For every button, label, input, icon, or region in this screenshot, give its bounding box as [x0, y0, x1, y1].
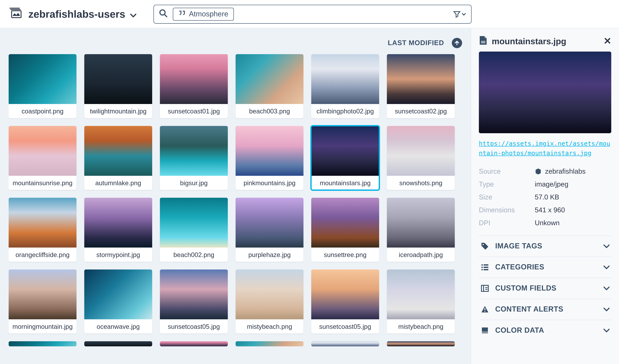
asset-card[interactable]: mistybeach.png [387, 270, 455, 334]
asset-thumbnail [84, 270, 152, 319]
search-bar[interactable]: Atmosphere [154, 4, 472, 24]
asset-thumbnail [160, 126, 228, 176]
asset-card[interactable]: sunsettree.png [311, 198, 379, 262]
workspace-selector[interactable]: zebrafishlabs-users [9, 7, 136, 21]
asset-card[interactable]: twilightmountain.jpg [84, 54, 152, 118]
meta-source-label: Source [479, 167, 535, 175]
asset-card[interactable] [84, 341, 152, 346]
asset-card[interactable]: mistybeach.png [236, 270, 304, 334]
asset-card[interactable]: mountainsunrise.png [9, 126, 77, 190]
section-label: CATEGORIES [495, 263, 544, 271]
asset-thumbnail [160, 341, 228, 346]
section-content-alerts[interactable]: CONTENT ALERTS [479, 298, 611, 320]
svg-rect-5 [484, 264, 488, 265]
chevron-down-icon [604, 305, 610, 313]
section-image-tags[interactable]: IMAGE TAGS [479, 235, 611, 256]
asset-filename: orangecliffside.png [9, 247, 77, 262]
asset-card[interactable]: oceanwave.jpg [84, 270, 152, 334]
search-tag-label: Atmosphere [189, 10, 228, 18]
asset-thumbnail [387, 54, 455, 104]
filter-button[interactable] [453, 10, 466, 18]
asset-thumbnail [387, 341, 455, 346]
section-color-data[interactable]: COLOR DATA [479, 320, 611, 340]
asset-filename: iceroadpath.jpg [387, 247, 455, 262]
asset-thumbnail [84, 54, 152, 104]
file-image-icon [479, 35, 487, 47]
asset-grid: coastpoint.pngtwilightmountain.jpgsunset… [9, 54, 462, 346]
meta-size-label: Size [479, 193, 535, 201]
section-label: IMAGE TAGS [495, 242, 542, 250]
asset-card[interactable]: sunsetcoast05.jpg [311, 270, 379, 334]
images-stack-icon [9, 7, 23, 21]
svg-rect-11 [484, 308, 485, 310]
alert-icon [481, 305, 489, 314]
asset-filename: sunsettree.png [311, 247, 379, 262]
svg-rect-2 [481, 41, 485, 43]
asset-card[interactable]: orangecliffside.png [9, 198, 77, 262]
asset-filename: beach003.png [236, 104, 304, 118]
chevron-down-icon [604, 284, 610, 292]
svg-rect-12 [484, 311, 485, 312]
asset-card[interactable]: beach003.png [236, 54, 304, 118]
asset-card[interactable]: beach002.png [160, 198, 228, 262]
search-tag[interactable]: Atmosphere [173, 7, 234, 20]
chevron-down-icon [604, 326, 610, 334]
asset-thumbnail [387, 126, 455, 176]
sort-label[interactable]: LAST MODIFIED [388, 39, 444, 47]
asset-card[interactable] [387, 341, 455, 346]
asset-card[interactable]: mountainstars.jpg [311, 126, 379, 190]
asset-thumbnail [311, 198, 379, 248]
svg-rect-9 [484, 269, 488, 270]
asset-filename: autumnlake.png [84, 176, 152, 190]
close-button[interactable]: ✕ [604, 36, 611, 47]
asset-filename: pinkmountains.jpg [236, 176, 304, 190]
asset-filename: beach002.png [160, 247, 228, 262]
asset-card[interactable]: pinkmountains.jpg [236, 126, 304, 190]
svg-rect-10 [481, 285, 488, 291]
asset-filename: sunsetcoast05.jpg [160, 319, 228, 334]
chevron-down-icon [130, 8, 136, 20]
asset-card[interactable]: snowshots.png [387, 126, 455, 190]
asset-card[interactable] [311, 341, 379, 346]
asset-card[interactable] [160, 341, 228, 346]
fields-icon [481, 284, 489, 293]
asset-filename: snowshots.png [387, 176, 455, 190]
asset-card[interactable]: coastpoint.png [9, 54, 77, 118]
meta-type-value: image/jpeg [535, 180, 568, 188]
section-label: COLOR DATA [495, 326, 544, 335]
asset-card[interactable]: climbingphoto02.jpg [311, 54, 379, 118]
asset-card[interactable]: sunsetcoast01.jpg [160, 54, 228, 118]
asset-thumbnail [236, 341, 304, 346]
asset-grid-panel: LAST MODIFIED coastpoint.pngtwilightmoun… [0, 28, 471, 364]
asset-card[interactable]: morningmountain.jpg [9, 270, 77, 334]
asset-filename: oceanwave.jpg [84, 319, 152, 334]
details-filename: mountainstars.jpg [492, 36, 599, 46]
search-icon [159, 9, 168, 19]
svg-rect-8 [481, 269, 483, 270]
asset-thumbnail [160, 54, 228, 104]
asset-card[interactable]: stormypoint.jpg [84, 198, 152, 262]
asset-filename: bigsur.jpg [160, 176, 228, 190]
asset-thumbnail [387, 270, 455, 319]
workspace-name: zebrafishlabs-users [28, 8, 125, 20]
meta-size-value: 57.0 KB [535, 193, 559, 201]
section-custom-fields[interactable]: CUSTOM FIELDS [479, 277, 611, 298]
details-panel: mountainstars.jpg ✕ https://assets.imgix… [471, 28, 619, 364]
section-categories[interactable]: CATEGORIES [479, 256, 611, 277]
asset-thumbnail [311, 341, 379, 346]
asset-filename: mistybeach.png [387, 319, 455, 334]
sort-direction-button[interactable] [452, 38, 462, 48]
asset-card[interactable] [9, 341, 77, 346]
asset-card[interactable]: sunsetcoast05.jpg [160, 270, 228, 334]
list-icon [481, 263, 489, 271]
asset-thumbnail [311, 270, 379, 319]
meta-source-value: zebrafishlabs [535, 167, 586, 175]
asset-card[interactable]: iceroadpath.jpg [387, 198, 455, 262]
asset-url-link[interactable]: https://assets.imgix.net/assets/mountain… [479, 139, 611, 158]
asset-card[interactable]: autumnlake.png [84, 126, 152, 190]
asset-card[interactable] [236, 341, 304, 346]
asset-thumbnail [84, 126, 152, 176]
asset-card[interactable]: bigsur.jpg [160, 126, 228, 190]
asset-card[interactable]: purplehaze.jpg [236, 198, 304, 262]
asset-card[interactable]: sunsetcoast02.jpg [387, 54, 455, 118]
